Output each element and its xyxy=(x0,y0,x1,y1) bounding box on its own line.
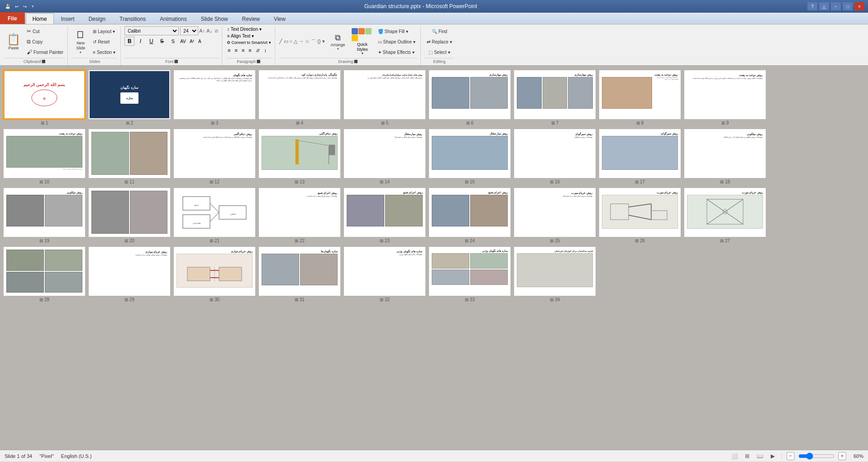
slide-thumb-11[interactable] xyxy=(89,129,170,178)
font-color-button[interactable]: A xyxy=(196,38,203,45)
col-button[interactable]: ⫻ xyxy=(254,47,262,54)
tab-review[interactable]: Review xyxy=(235,13,267,24)
slide-item-4[interactable]: چگونگی پایدارسازی دیواره کود توضیحات فنی… xyxy=(259,70,340,125)
slide-thumb-17[interactable]: روش سیرگوای xyxy=(599,129,681,178)
slide-item-17[interactable]: روش سیرگوای ⊞ 17 xyxy=(599,129,681,184)
tab-home[interactable]: Home xyxy=(26,13,54,24)
slide-panel[interactable]: بسم الله الرحمن الرحیم ✿ ⊞ 1 xyxy=(0,66,868,450)
section-button[interactable]: ≡ Section ▾ xyxy=(91,47,118,57)
font-expand-icon[interactable]: ⬛ xyxy=(174,60,178,63)
slide-item-13[interactable]: روش دیافراگمی ⊞ 13 xyxy=(259,129,340,184)
slide-item-8[interactable]: روش دوخت به پشت توضیحات روش دوخت به پشت … xyxy=(599,70,681,125)
slide-item-11[interactable]: ⊞ 11 xyxy=(89,129,170,184)
char-spacing-button[interactable]: AV xyxy=(179,38,187,44)
help-button[interactable]: ? xyxy=(807,2,817,10)
subscript-button[interactable]: A² xyxy=(188,38,196,44)
minimize-button[interactable]: − xyxy=(831,2,841,10)
slide-item-29[interactable]: روش خرپای موازی توضیحات روش خرپای موازی … xyxy=(89,247,170,302)
underline-button[interactable]: U xyxy=(146,37,156,46)
increase-font-button[interactable]: A↑ xyxy=(199,28,205,34)
shape-fill-button[interactable]: 🪣 Shape Fill ▾ xyxy=(376,26,418,36)
tab-animations[interactable]: Animations xyxy=(153,13,193,24)
replace-dropdown[interactable]: ▾ xyxy=(450,39,452,44)
save-button[interactable]: 💾 xyxy=(4,3,12,10)
font-name-select[interactable]: Calibri xyxy=(124,26,179,35)
slide-thumb-16[interactable]: روش سیرگوای توضیحات روش سیرگوای xyxy=(514,129,596,178)
font-size-select[interactable]: 24 xyxy=(180,26,198,35)
slide-thumb-1[interactable]: بسم الله الرحمن الرحیم ✿ xyxy=(4,70,85,119)
arrow-shape[interactable]: → xyxy=(298,38,304,46)
align-center-button[interactable]: ≡ xyxy=(233,47,239,54)
slide-thumb-9[interactable]: روش دوخت به پشت توضیحات کامل روش دوخت به… xyxy=(684,70,766,119)
zoom-in-button[interactable]: + xyxy=(838,452,846,460)
reading-view-button[interactable]: 📖 xyxy=(755,452,764,460)
slide-thumb-21[interactable]: برش پشتیبان اصلی xyxy=(174,188,255,237)
section-dropdown[interactable]: ▾ xyxy=(113,50,115,55)
slide-item-14[interactable]: روش میار متقال توضیحات روش میار متقال و … xyxy=(344,129,425,184)
slideshow-button[interactable]: ▶ xyxy=(768,452,777,460)
slide-item-27[interactable]: روش خرپای مورب ⊞ 27 xyxy=(684,188,766,243)
brace-shape[interactable]: {} xyxy=(317,38,321,46)
close-button[interactable]: × xyxy=(854,2,864,10)
decrease-font-button[interactable]: A↓ xyxy=(206,28,213,34)
slide-item-20[interactable]: ⊞ 20 xyxy=(89,188,170,243)
slide-item-31[interactable]: سازه نگهبان ها ⊞ 31 xyxy=(259,247,340,302)
slide-thumb-30[interactable]: روش خرپای موازی xyxy=(174,247,255,296)
slide-thumb-2[interactable]: سازه نگهبان سازه xyxy=(89,70,170,119)
slide-thumb-34[interactable]: تخریب ساختمان بر قر کودردای غیرعملی xyxy=(514,247,596,296)
slide-item-10[interactable]: روش دوخت به پشت تصویر اجرای روش دوخت به … xyxy=(4,129,85,184)
tab-view[interactable]: View xyxy=(267,13,292,24)
cut-button[interactable]: ✂ Cut xyxy=(24,26,66,36)
slide-item-33[interactable]: سازه های نگهبان وژنی ⊞ 33 xyxy=(429,247,510,302)
line-shape[interactable]: ╱ xyxy=(279,38,283,46)
slide-thumb-5[interactable]: روش های پایدار سازی دیوارکوه/سازه‌کی‌ران… xyxy=(344,70,425,119)
zoom-slider[interactable] xyxy=(798,453,835,459)
shape-outline-dropdown[interactable]: ▾ xyxy=(413,39,415,44)
quick-styles-button[interactable]: QuickStyles ▾ xyxy=(351,27,374,57)
slide-thumb-20[interactable] xyxy=(89,188,170,237)
oval-shape[interactable]: ○ xyxy=(289,38,293,46)
format-painter-button[interactable]: 🖌 Format Painter xyxy=(24,47,66,57)
slide-thumb-18[interactable]: روش میلکوبی توضیحات روش میلکوبی و نحوه ا… xyxy=(684,129,766,178)
slide-item-18[interactable]: روش میلکوبی توضیحات روش میلکوبی و نحوه ا… xyxy=(684,129,766,184)
tab-insert[interactable]: Insert xyxy=(54,13,81,24)
slide-thumb-24[interactable]: روش اجرای شمع xyxy=(429,188,510,237)
slide-item-19[interactable]: روش میلکوبی ⊞ 19 xyxy=(4,188,85,243)
find-button[interactable]: 🔍 Find xyxy=(429,26,449,36)
slide-thumb-27[interactable]: روش خرپای مورب xyxy=(684,188,766,237)
drawing-expand-icon[interactable]: ⬛ xyxy=(354,60,358,63)
slide-thumb-14[interactable]: روش میار متقال توضیحات روش میار متقال و … xyxy=(344,129,425,178)
slide-item-2[interactable]: سازه نگهبان سازه ⊞ 2 xyxy=(89,70,170,125)
slide-item-21[interactable]: برش پشتیبان اصلی ⊞ 21 xyxy=(174,188,255,243)
slide-thumb-10[interactable]: روش دوخت به پشت تصویر اجرای روش دوخت به … xyxy=(4,129,85,178)
zoom-out-button[interactable]: − xyxy=(787,452,795,460)
align-text-button[interactable]: ≡ Align Text ▾ xyxy=(226,33,255,39)
paste-button[interactable]: 📋 Paste xyxy=(4,32,24,52)
rect-shape[interactable]: ▭ xyxy=(283,38,289,46)
slide-thumb-13[interactable]: روش دیافراگمی xyxy=(259,129,340,178)
slide-item-24[interactable]: روش اجرای شمع ⊞ 24 xyxy=(429,188,510,243)
maximize-button[interactable]: □ xyxy=(843,2,853,10)
slide-item-3[interactable]: سازه های نگهبان متن توضیحات مربوط به ساز… xyxy=(174,70,255,125)
slide-thumb-15[interactable]: روش میار متقال xyxy=(429,129,510,178)
slide-thumb-26[interactable]: روش خرپای مورب xyxy=(599,188,681,237)
slide-item-32[interactable]: سازه های نگهبان وژنی توضیحات سازه های نگ… xyxy=(344,247,425,302)
align-left-button[interactable]: ≡ xyxy=(226,47,232,54)
shadow-button[interactable]: S xyxy=(168,37,178,46)
slide-item-12[interactable]: روش دیافراگمی توضیحات روش دیافراگمی و نح… xyxy=(174,129,255,184)
slide-thumb-33[interactable]: سازه های نگهبان وژنی xyxy=(429,247,510,296)
new-slide-button[interactable]: 🗌 NewSlide ▾ xyxy=(72,28,90,56)
paragraph-expand-icon[interactable]: ⬛ xyxy=(257,60,261,63)
slide-item-22[interactable]: روش اجرای شمع توضیحات روش اجرای شمع در ا… xyxy=(259,188,340,243)
select-button[interactable]: ⬚ Select ▾ xyxy=(426,47,453,57)
slide-item-16[interactable]: روش سیرگوای توضیحات روش سیرگوای ⊞ 16 xyxy=(514,129,596,184)
slide-thumb-6[interactable]: روش مهارسازی xyxy=(429,70,510,119)
clipboard-expand-icon[interactable]: ⬛ xyxy=(42,60,46,63)
slide-thumb-32[interactable]: سازه های نگهبان وژنی توضیحات سازه های نگ… xyxy=(344,247,425,296)
shape-effects-button[interactable]: ✦ Shape Effects ▾ xyxy=(376,47,418,57)
shape-outline-button[interactable]: ▭ Shape Outline ▾ xyxy=(376,37,418,47)
slide-item-9[interactable]: روش دوخت به پشت توضیحات کامل روش دوخت به… xyxy=(684,70,766,125)
slide-item-34[interactable]: تخریب ساختمان بر قر کودردای غیرعملی ⊞ 34 xyxy=(514,247,596,302)
redo-button[interactable]: ↪ xyxy=(22,3,28,10)
normal-view-button[interactable]: ⬜ xyxy=(730,452,739,460)
